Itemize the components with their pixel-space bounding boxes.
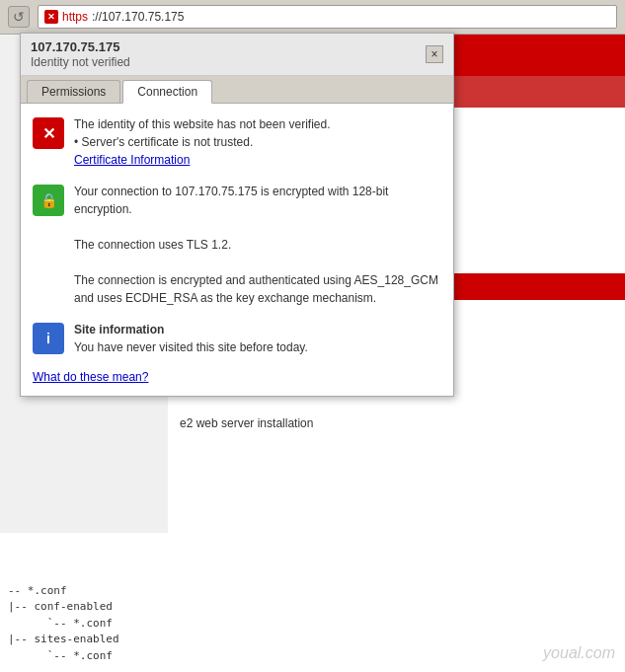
popup-close-button[interactable]: × (426, 45, 443, 63)
certificate-info-link[interactable]: Certificate Information (74, 153, 190, 167)
popup-tabs: Permissions Connection (21, 76, 453, 104)
https-badge: ✕ https (44, 10, 88, 24)
tree-text: -- *.conf |-- conf-enabled `-- *.conf |-… (0, 575, 625, 673)
browser-toolbar: ↺ ✕ https ://107.170.75.175 (0, 0, 625, 35)
https-label: https (62, 10, 88, 24)
site-info-text: Site information You have never visited … (74, 321, 441, 356)
popup-header: 107.170.75.175 Identity not verified × (21, 34, 453, 76)
watermark: youal.com (543, 644, 615, 662)
security-section-danger: ✕ The identity of this website has not b… (33, 115, 441, 169)
security-section-encrypted: 🔒 Your connection to 107.170.75.175 is e… (33, 183, 441, 307)
what-does-mean-link[interactable]: What do these mean? (33, 370, 441, 384)
site-info-heading: Site information (74, 323, 164, 336)
url-text: ://107.170.75.175 (92, 10, 184, 24)
security-popup: 107.170.75.175 Identity not verified × P… (20, 33, 454, 397)
tree-container: -- *.conf |-- conf-enabled `-- *.conf |-… (0, 533, 625, 672)
back-button[interactable]: ↺ (8, 6, 30, 28)
broken-lock-icon: ✕ (44, 10, 58, 24)
popup-subtitle: Identity not verified (31, 55, 130, 69)
encryption-text: Your connection to 107.170.75.175 is enc… (74, 183, 441, 307)
security-section-info: i Site information You have never visite… (33, 321, 441, 356)
popup-body: ✕ The identity of this website has not b… (21, 104, 453, 396)
tab-permissions[interactable]: Permissions (27, 80, 120, 103)
info-icon: i (33, 323, 64, 354)
safe-icon: 🔒 (33, 185, 64, 216)
popup-title: 107.170.75.175 (31, 39, 130, 54)
address-bar[interactable]: ✕ https ://107.170.75.175 (38, 5, 617, 29)
tab-connection[interactable]: Connection (122, 80, 212, 104)
danger-icon: ✕ (33, 117, 64, 149)
danger-text: The identity of this website has not bee… (74, 115, 441, 169)
